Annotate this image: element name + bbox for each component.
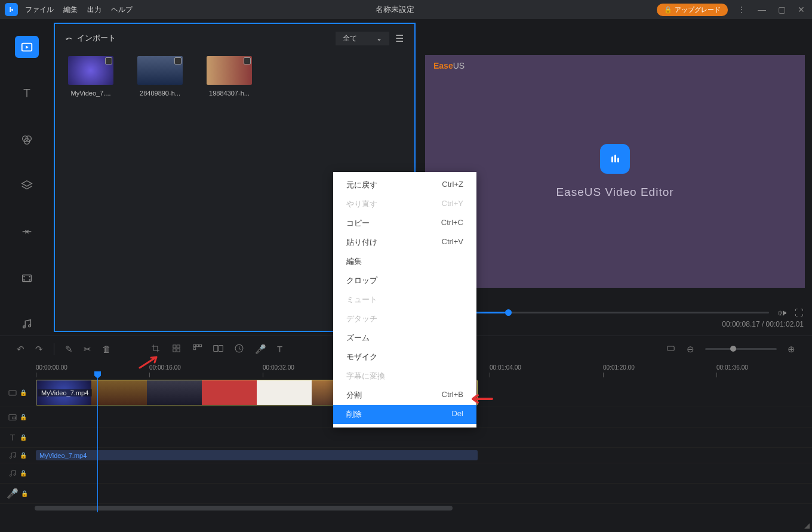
tool-filters[interactable] [15, 128, 39, 150]
media-item[interactable]: 28409890-h... [134, 56, 186, 97]
redo-icon[interactable]: ↷ [35, 344, 43, 355]
menu-file[interactable]: ファイル [25, 5, 54, 15]
timecode: 00:00:08.17 / 00:01:02.01 [722, 320, 804, 328]
svg-point-30 [14, 456, 16, 457]
context-menu-item[interactable]: 削除Del [333, 405, 476, 424]
svg-point-8 [29, 279, 30, 280]
svg-rect-20 [199, 345, 202, 347]
preview-panel: EaseUS EaseUS Video Editor ▷ ▢ 🕪 ⛶ 9 00:… [418, 19, 812, 336]
annotation-arrow [469, 392, 493, 408]
ruler-tick: 00:00:00.00 [36, 364, 67, 371]
playhead[interactable] [97, 379, 98, 512]
minimize-icon[interactable]: — [755, 5, 768, 14]
context-menu-label: クロップ [346, 275, 377, 286]
context-menu-item[interactable]: 編集 [333, 252, 476, 271]
import-label: インポート [77, 33, 116, 44]
audio-track[interactable]: 🔒 MyVideo_7.mp4 [0, 448, 812, 463]
context-menu-label: モザイク [346, 352, 377, 362]
fullscreen-icon[interactable]: ⛶ [795, 307, 804, 318]
mosaic-icon[interactable] [171, 343, 182, 355]
svg-rect-18 [193, 345, 196, 347]
more-icon[interactable]: ⋮ [735, 5, 748, 14]
preview-title: EaseUS Video Editor [556, 186, 673, 199]
menu-help[interactable]: ヘルプ [111, 5, 133, 15]
context-menu-item: やり直すCtrl+Y [333, 195, 476, 214]
context-menu-item[interactable]: 元に戻すCtrl+Z [333, 176, 476, 195]
menu-edit[interactable]: 編集 [63, 5, 78, 15]
context-menu-label: 編集 [346, 256, 362, 267]
zoom-in-icon[interactable]: ⊕ [788, 344, 795, 355]
tool-elements[interactable] [15, 267, 39, 289]
volume-icon[interactable]: 🕪 [777, 307, 786, 318]
context-menu-item[interactable]: 貼り付けCtrl+V [333, 233, 476, 252]
context-menu-shortcut: Ctrl+Z [442, 180, 463, 190]
maximize-icon[interactable]: ▢ [776, 5, 788, 14]
split-icon[interactable]: ✂ [84, 344, 91, 355]
zoom-icon[interactable] [213, 343, 223, 355]
context-menu-item[interactable]: ズーム [333, 328, 476, 348]
context-menu-label: デタッチ [346, 313, 377, 324]
svg-point-29 [10, 457, 11, 459]
resize-grip[interactable]: ◢ [804, 521, 810, 530]
voice-track[interactable]: 🎤🔒 [0, 484, 812, 504]
context-menu-item[interactable]: コピーCtrl+C [333, 214, 476, 233]
context-menu-item[interactable]: モザイク [333, 348, 476, 367]
speed-icon[interactable] [234, 343, 244, 355]
ruler-tick: 00:01:04.00 [490, 364, 521, 371]
undo-icon[interactable]: ↶ [17, 344, 24, 355]
filter-select[interactable]: 全て ⌄ [336, 32, 389, 45]
ruler-tick: 00:01:36.00 [716, 364, 748, 371]
svg-point-31 [10, 475, 11, 476]
filter-value: 全て [343, 33, 357, 44]
fit-icon[interactable] [666, 343, 676, 355]
text-tool-icon[interactable]: T [277, 344, 282, 354]
context-menu-item: デタッチ [333, 309, 476, 328]
preview-slider[interactable] [459, 312, 769, 313]
svg-rect-12 [614, 155, 616, 162]
svg-rect-19 [196, 345, 199, 347]
context-menu-item[interactable]: クロップ [333, 271, 476, 290]
context-menu-label: 字幕に変換 [346, 371, 385, 382]
media-item[interactable]: MyVideo_7.... [64, 56, 117, 97]
import-button[interactable]: ⤺ インポート [66, 33, 116, 44]
delete-icon[interactable]: 🗑 [102, 344, 111, 354]
context-menu-item: ミュート [333, 290, 476, 309]
close-icon[interactable]: ✕ [795, 5, 807, 14]
mic-icon[interactable]: 🎤 [255, 344, 266, 355]
context-menu-item: 字幕に変換 [333, 367, 476, 386]
timeline-scrollbar[interactable] [0, 504, 812, 512]
svg-rect-28 [13, 417, 16, 419]
edit-icon[interactable]: ✎ [65, 344, 73, 355]
audio-clip[interactable]: MyVideo_7.mp4 [36, 450, 478, 460]
context-menu-item[interactable]: 分割Ctrl+B [333, 386, 476, 405]
upgrade-button[interactable]: 🔒 アップグレード [657, 4, 728, 16]
media-name: 19884307-h... [203, 90, 256, 97]
svg-point-32 [14, 473, 16, 475]
tool-media[interactable] [15, 36, 39, 58]
crop-icon[interactable] [150, 343, 161, 355]
menu-output[interactable]: 出力 [87, 5, 102, 15]
grid-icon[interactable] [192, 343, 202, 355]
svg-point-5 [24, 276, 24, 277]
tool-text[interactable] [15, 82, 39, 104]
zoom-slider[interactable] [705, 348, 777, 350]
import-icon: ⤺ [66, 34, 72, 43]
zoom-out-icon[interactable]: ⊖ [687, 344, 694, 355]
text-track[interactable]: 🔒 [0, 428, 812, 448]
tool-music[interactable] [15, 313, 39, 336]
svg-point-10 [29, 325, 31, 327]
preview-logo-icon [600, 144, 630, 174]
tool-overlays[interactable] [15, 174, 39, 196]
media-item[interactable]: 19884307-h... [203, 56, 256, 97]
main-menu: ファイル 編集 出力 ヘルプ [25, 5, 133, 15]
list-view-icon[interactable]: ☰ [395, 33, 404, 44]
context-menu-label: 貼り付け [346, 237, 377, 248]
svg-rect-26 [9, 390, 16, 395]
tool-transitions[interactable] [15, 221, 39, 243]
svg-rect-15 [177, 345, 180, 348]
watermark: EaseUS [433, 61, 465, 70]
context-menu-shortcut: Ctrl+B [442, 390, 463, 401]
media-grid: MyVideo_7.... 28409890-h... 19884307-h..… [55, 53, 414, 100]
svg-point-9 [23, 326, 26, 328]
audio-track-2[interactable]: 🔒 [0, 463, 812, 484]
